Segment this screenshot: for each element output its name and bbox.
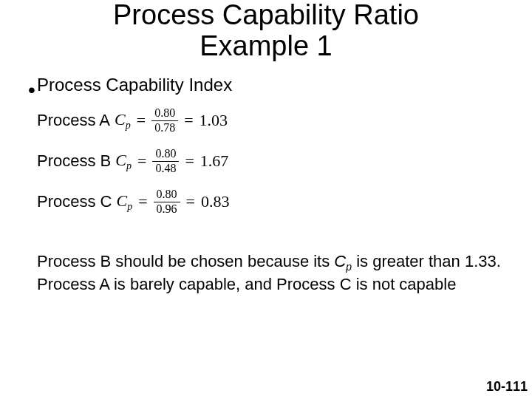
conclusion-text: Process B should be chosen because its C… [37,251,502,294]
process-c-label: Process C [37,192,112,211]
equals-a-2: = [183,111,194,130]
slide-title: Process Capability Ratio Example 1 [0,0,532,62]
title-line-2: Example 1 [200,30,332,61]
equals-a-1: = [135,111,147,130]
equals-c-1: = [137,192,149,211]
numer-a: 0.80 [151,107,178,120]
equation-row-c: Process C Cp = 0.80 0.96 = 0.83 [37,188,230,216]
cp-symbol-a: Cp [115,110,131,132]
result-a: 1.03 [200,111,228,130]
subtitle: Process Capability Index [37,75,232,95]
fraction-c: 0.80 0.96 [154,188,180,216]
fraction-b: 0.80 0.48 [152,148,179,175]
process-a-label: Process A [37,111,110,130]
denom-c: 0.96 [154,202,180,216]
page-number: 10-111 [486,379,528,395]
equals-b-1: = [136,151,148,171]
denom-b: 0.48 [152,161,179,175]
equals-b-2: = [183,151,195,171]
cp-inline: Cp [334,252,352,270]
result-c: 0.83 [201,192,230,211]
conclusion-pre: Process B should be chosen because its [37,252,334,270]
equation-row-a: Process A Cp = 0.80 0.78 = 1.03 [37,107,228,134]
denom-a: 0.78 [151,120,178,134]
cp-symbol-c: Cp [116,191,132,213]
fraction-a: 0.80 0.78 [151,107,178,134]
result-b: 1.67 [200,151,229,171]
equals-c-2: = [185,192,197,211]
slide: Process Capability Ratio Example 1 • Pro… [0,0,532,399]
bullet-icon: • [28,80,35,100]
numer-b: 0.80 [152,148,179,161]
numer-c: 0.80 [154,188,180,202]
title-line-1: Process Capability Ratio [113,0,419,30]
equation-row-b: Process B Cp = 0.80 0.48 = 1.67 [37,148,228,175]
process-b-label: Process B [37,151,111,171]
cp-symbol-b: Cp [115,151,132,172]
